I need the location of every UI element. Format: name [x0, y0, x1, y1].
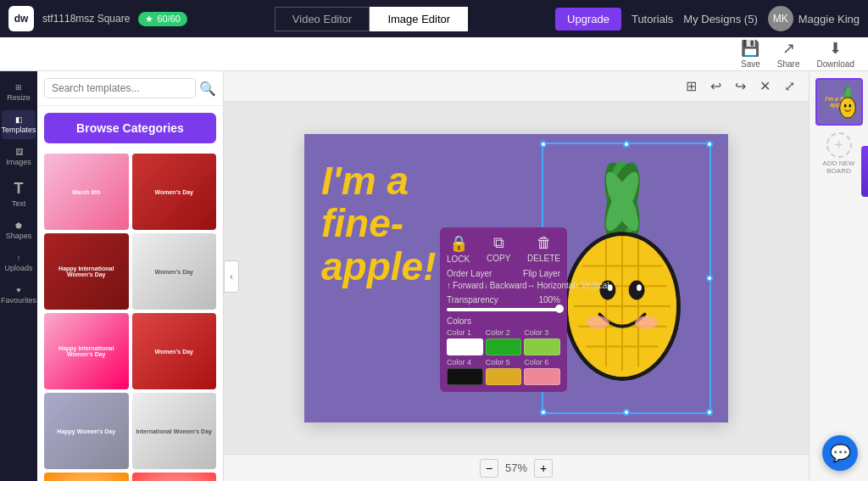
browse-categories-button[interactable]: Browse Categories — [44, 113, 216, 143]
tab-video-editor[interactable]: Video Editor — [275, 7, 370, 31]
download-icon: ⬇ — [829, 39, 842, 58]
template-thumb-9[interactable]: Rooting For You — [44, 473, 129, 481]
uploads-icon: ↑ — [17, 254, 21, 262]
vertical-flip-button[interactable]: ↕ Vertical — [576, 281, 609, 290]
template-thumb-7[interactable]: Happy Women's Day — [44, 393, 129, 469]
horizontal-flip-button[interactable]: ↔ Horizontal — [527, 281, 576, 290]
user-menu[interactable]: MK Maggie King — [768, 6, 860, 31]
template-thumb-2[interactable]: Women's Day — [132, 154, 217, 230]
undo-button[interactable]: ↩ — [707, 75, 725, 98]
template-thumb-8[interactable]: International Women's Day — [132, 393, 217, 469]
handle-top-right[interactable] — [706, 141, 713, 148]
svg-point-19 — [635, 316, 658, 328]
upgrade-button[interactable]: Upgrade — [555, 8, 621, 31]
tab-image-editor[interactable]: Image Editor — [370, 7, 468, 31]
add-circle-icon: + — [826, 132, 852, 158]
lock-button[interactable]: 🔒 LOCK — [447, 234, 470, 264]
search-input[interactable] — [44, 78, 196, 98]
my-designs-link[interactable]: My Designs (5) — [683, 13, 757, 25]
template-thumb-3[interactable]: Happy International Women's Day — [44, 233, 129, 310]
resize-icon: ⊞ — [15, 83, 22, 92]
templates-icon: ◧ — [15, 115, 23, 124]
backward-button[interactable]: ↓ Backward — [484, 281, 527, 290]
logo-icon: dw — [8, 6, 34, 31]
handle-middle-right[interactable] — [706, 275, 713, 282]
share-icon: ↗ — [782, 39, 795, 58]
rating-value: 60/60 — [157, 14, 181, 24]
zoom-value: 57% — [505, 461, 527, 474]
forward-button[interactable]: ↑ Forward — [447, 281, 484, 290]
close-canvas-button[interactable]: ✕ — [756, 75, 774, 98]
template-thumb-6[interactable]: Women's Day — [132, 313, 217, 389]
board-thumb-pineapple — [836, 85, 860, 119]
svg-point-25 — [849, 104, 851, 108]
sidebar-item-templates[interactable]: ◧ Templates — [2, 110, 36, 139]
svg-point-23 — [839, 98, 855, 118]
tutorials-link[interactable]: Tutorials — [632, 13, 673, 25]
sidebar-item-uploads[interactable]: ↑ Uploads — [2, 249, 36, 277]
template-thumb-5[interactable]: Happy International Women's Day — [44, 313, 129, 389]
transparency-slider[interactable] — [447, 308, 560, 311]
copy-icon: ⧉ — [493, 234, 504, 252]
save-icon: 💾 — [741, 39, 760, 58]
fullscreen-button[interactable]: ⤢ — [781, 75, 798, 98]
document-title: stf1118msz Square — [42, 13, 130, 25]
grid-button[interactable]: ⊞ — [682, 75, 700, 98]
handle-bottom-left[interactable] — [540, 409, 547, 416]
vertical-icon: ↕ — [576, 281, 580, 290]
download-button[interactable]: ⬇ Download — [817, 39, 854, 69]
search-button[interactable]: 🔍 — [199, 81, 216, 97]
rating-badge: ★ 60/60 — [138, 12, 187, 26]
color-swatch-2[interactable] — [486, 338, 522, 355]
svg-point-18 — [587, 316, 609, 328]
sidebar-item-text[interactable]: T Text — [2, 175, 36, 213]
chevron-left-icon: ‹ — [230, 271, 233, 282]
template-thumb-10[interactable]: I like you berry much! — [132, 473, 217, 481]
color-swatch-6[interactable] — [524, 368, 560, 385]
handle-bottom-right[interactable] — [706, 409, 713, 416]
collapse-panel-button[interactable]: ‹ — [224, 260, 239, 293]
share-button[interactable]: ↗ Share — [777, 39, 800, 69]
template-thumb-4[interactable]: Women's Day — [132, 233, 217, 310]
color-swatch-5[interactable] — [486, 368, 522, 385]
color-swatch-1[interactable] — [447, 338, 483, 355]
forward-icon: ↑ — [447, 281, 451, 290]
delete-icon: 🗑 — [537, 234, 552, 252]
user-name: Maggie King — [798, 13, 860, 25]
zoom-in-button[interactable]: + — [534, 459, 553, 478]
board-accent-bar — [861, 146, 868, 197]
sidebar-item-resize[interactable]: ⊞ Resize — [2, 78, 36, 107]
color-swatch-4[interactable] — [447, 368, 483, 385]
copy-button[interactable]: ⧉ COPY — [487, 234, 510, 264]
text-icon: T — [14, 180, 24, 198]
horizontal-icon: ↔ — [527, 281, 536, 290]
save-button[interactable]: 💾 Save — [741, 39, 760, 69]
svg-point-17 — [637, 284, 642, 291]
redo-button[interactable]: ↪ — [732, 75, 749, 98]
images-icon: 🖼 — [15, 148, 23, 156]
chat-icon: 💬 — [830, 443, 851, 463]
sidebar-item-shapes[interactable]: ⬟ Shapes — [2, 216, 36, 245]
chat-bubble-button[interactable]: 💬 — [822, 435, 858, 471]
shapes-icon: ⬟ — [15, 221, 22, 230]
zoom-out-button[interactable]: − — [480, 459, 498, 478]
backward-icon: ↓ — [484, 281, 488, 290]
pineapple-sticker[interactable] — [542, 143, 711, 414]
svg-point-15 — [629, 280, 645, 299]
delete-button[interactable]: 🗑 DELETE — [527, 234, 560, 264]
sidebar-item-images[interactable]: 🖼 Images — [2, 143, 36, 171]
color-swatch-3[interactable] — [524, 338, 560, 355]
template-thumb-1[interactable]: March 8th — [44, 154, 129, 230]
sidebar-item-favourites[interactable]: ♥ Favourites — [2, 281, 36, 310]
svg-point-24 — [843, 104, 846, 108]
avatar: MK — [768, 6, 793, 31]
layer-options-panel: 🔒 LOCK ⧉ COPY 🗑 DELETE Order Layer Flip … — [440, 227, 567, 392]
favourites-icon: ♥ — [16, 286, 20, 294]
handle-bottom-middle[interactable] — [623, 409, 630, 416]
add-board-button[interactable]: + ADD NEW BOARD — [815, 132, 863, 175]
board-thumbnail-1[interactable]: I'm a fine-apple! — [815, 78, 863, 126]
lock-icon: 🔒 — [449, 234, 468, 253]
